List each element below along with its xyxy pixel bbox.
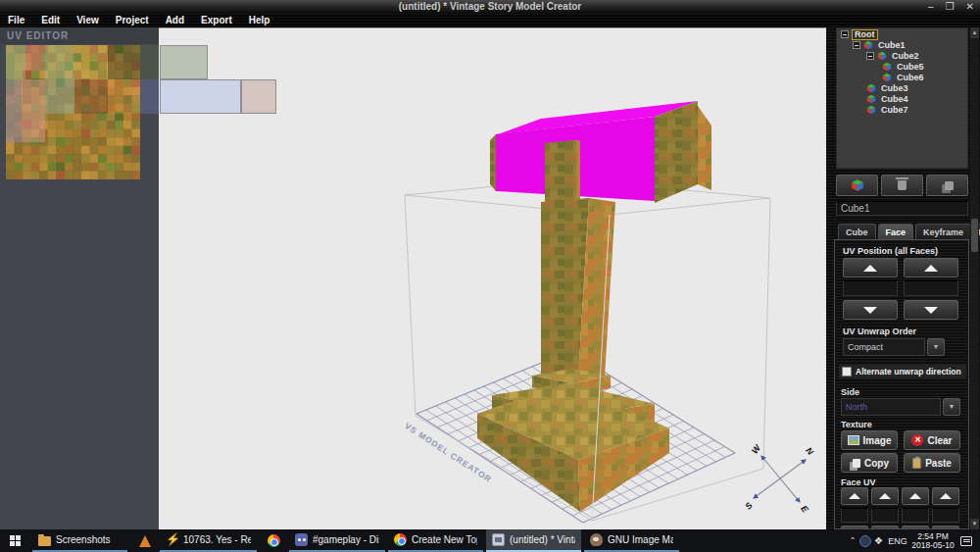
tree-item-cube6[interactable]: Cube6 [837, 73, 967, 82]
taskbar-item-winamp[interactable]: ⚡ 10763. Yes - Real Lo... [160, 529, 257, 552]
uv-up-button-2[interactable] [904, 258, 958, 277]
alternate-unwrap-label: Alternate unwrap direction [856, 367, 961, 376]
start-button[interactable] [0, 529, 29, 552]
taskbar-item-screenshots[interactable]: Screenshots [32, 529, 127, 552]
menu-add[interactable]: Add [166, 14, 184, 27]
chevron-down-icon[interactable]: ▾ [943, 398, 960, 416]
gimp-icon [590, 533, 603, 546]
window-controls: – ❐ ✕ [928, 0, 974, 14]
tree-item-root[interactable]: Root [837, 29, 967, 39]
face-uv-field-1[interactable] [841, 508, 868, 523]
face-uv-up-button-4[interactable] [932, 487, 959, 505]
menu-file[interactable]: File [8, 14, 24, 27]
face-uv-up-button-2[interactable] [871, 487, 899, 505]
menu-view[interactable]: View [76, 14, 99, 27]
unwrap-order-select[interactable]: Compact [843, 338, 925, 356]
clock[interactable]: 2:54 PM 2018-05-10 [909, 532, 956, 550]
arrow-down-icon [924, 307, 938, 314]
menu-project[interactable]: Project [116, 14, 149, 27]
action-center-icon[interactable] [960, 536, 972, 546]
cube-icon [882, 62, 892, 72]
menu-edit[interactable]: Edit [41, 14, 60, 27]
collapse-icon[interactable] [853, 41, 860, 49]
menubar: File Edit View Project Add Export Help [0, 14, 980, 27]
tree-item-cube7[interactable]: Cube7 [837, 105, 967, 115]
taskbar-item-create-topic[interactable]: Create New Topic -... [388, 529, 483, 552]
collapse-icon[interactable] [866, 52, 874, 60]
tree-item-cube4[interactable]: Cube4 [837, 94, 967, 104]
cube-icon [863, 40, 873, 50]
uv-texture-canvas[interactable] [6, 45, 140, 179]
dropbox-tray-icon[interactable]: ❖ [871, 535, 886, 546]
paste-icon [912, 458, 921, 469]
scroll-down-icon[interactable]: ▼ [970, 519, 979, 529]
side-select[interactable]: North [841, 398, 941, 416]
taskbar-item-model-creator[interactable]: (untitled) * Vintage ... [486, 529, 581, 552]
viewport-3d[interactable] [159, 27, 826, 529]
tree-item-cube2[interactable]: Cube2 [837, 51, 967, 61]
face-uv-label: Face UV [841, 477, 876, 487]
scroll-up-icon[interactable]: ▲ [970, 27, 979, 38]
uv-x-field[interactable] [843, 280, 898, 296]
cube-name-field[interactable]: Cube1 [836, 201, 968, 216]
texture-paste-button[interactable]: Paste [904, 453, 960, 473]
minimize-icon[interactable]: – [928, 0, 934, 14]
menu-export[interactable]: Export [201, 14, 232, 27]
clear-x-icon: ✕ [911, 434, 923, 446]
cube-icon [866, 94, 876, 104]
duplicate-cube-button[interactable] [926, 175, 968, 196]
delete-cube-button[interactable] [881, 175, 923, 196]
app-window: (untitled) * Vintage Story Model Creator… [0, 0, 980, 552]
arrow-up-icon [909, 493, 921, 499]
scroll-thumb[interactable] [971, 219, 978, 252]
tab-keyframe[interactable]: Keyframe [915, 224, 971, 240]
tray-expand-icon[interactable]: ⌃ [846, 536, 859, 545]
language-indicator[interactable]: ENG [886, 536, 909, 546]
face-uv-field-2[interactable] [871, 508, 899, 523]
arrow-up-icon [849, 493, 860, 499]
face-uv-up-button-3[interactable] [902, 487, 929, 505]
arrow-down-icon [863, 307, 877, 314]
cube-icon [877, 51, 887, 61]
texture-clear-button[interactable]: ✕ Clear [904, 430, 960, 450]
texture-image-button[interactable]: Image [841, 430, 898, 450]
trash-icon [898, 180, 906, 190]
image-icon [848, 435, 859, 445]
tree-item-cube1[interactable]: Cube1 [837, 40, 967, 50]
uv-down-button-1[interactable] [843, 300, 898, 320]
uv-up-button-1[interactable] [843, 258, 898, 277]
system-tray: ⌃ ❖ ENG 2:54 PM 2018-05-10 [846, 529, 980, 552]
menu-help[interactable]: Help [249, 14, 270, 27]
close-icon[interactable]: ✕ [966, 0, 974, 14]
tab-face[interactable]: Face [878, 224, 914, 240]
cube-icon [866, 83, 876, 93]
taskbar-item-gimp[interactable]: GNU Image Manip... [584, 529, 679, 552]
face-uv-field-3[interactable] [902, 508, 929, 523]
tab-cube[interactable]: Cube [838, 224, 876, 240]
taskbar: Screenshots ⚡ 10763. Yes - Real Lo... #g… [0, 529, 980, 552]
alternate-unwrap-checkbox[interactable] [842, 367, 852, 376]
face-uv-up-button-1[interactable] [841, 487, 868, 505]
steam-tray-icon[interactable] [859, 535, 871, 547]
uv-down-button-2[interactable] [904, 300, 958, 320]
discord-icon [295, 533, 308, 546]
uv-y-field[interactable] [904, 280, 958, 296]
taskbar-item-vlc[interactable] [133, 529, 157, 552]
texture-label: Texture [841, 420, 872, 429]
cube-icon [866, 105, 876, 115]
face-uv-field-4[interactable] [932, 508, 959, 523]
chevron-down-icon[interactable]: ▾ [927, 338, 945, 356]
texture-copy-button[interactable]: Copy [841, 453, 898, 473]
cube-icon [851, 178, 864, 192]
collapse-icon[interactable] [841, 30, 849, 38]
tree-item-cube3[interactable]: Cube3 [837, 83, 967, 93]
arrow-up-icon [940, 493, 952, 499]
restore-icon[interactable]: ❐ [946, 0, 955, 14]
face-tab-content: UV Position (all Faces) UV Unwrap Order … [834, 239, 969, 529]
panel-scrollbar[interactable]: ▲ ▼ [970, 27, 979, 529]
taskbar-item-chrome[interactable] [262, 529, 285, 552]
tree-item-cube5[interactable]: Cube5 [837, 62, 967, 72]
add-cube-button[interactable] [836, 175, 878, 196]
arrow-up-icon [879, 493, 891, 499]
taskbar-item-discord[interactable]: #gameplay - Discord [289, 529, 385, 552]
